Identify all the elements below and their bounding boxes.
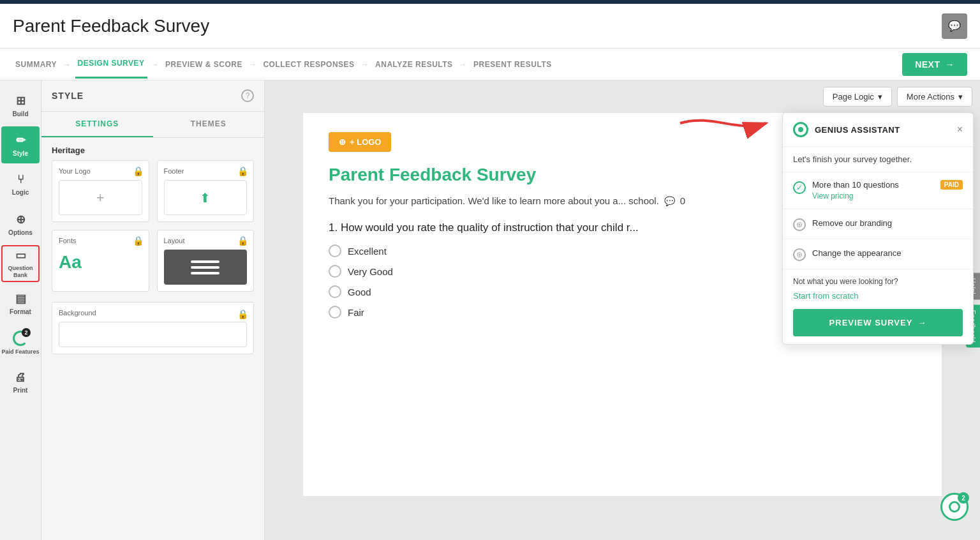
background-label: Background <box>59 309 247 317</box>
genius-plus-appearance-icon: ⊕ <box>793 248 806 261</box>
sidebar-label-style: Style <box>13 150 28 157</box>
content-area: Page Logic ▾ More Actions ▾ ⊕ <box>265 80 980 540</box>
nav-bar: SUMMARY→DESIGN SURVEY→PREVIEW & SCORE→CO… <box>0 49 980 80</box>
layout-line-3 <box>191 272 219 274</box>
preview-arrow-icon: → <box>917 318 926 327</box>
more-actions-label: More Actions <box>907 92 954 101</box>
tab-settings[interactable]: SETTINGS <box>41 112 153 137</box>
genius-option-questions: ✓ More than 10 questions PAID View prici… <box>783 172 973 209</box>
genius-footer: Not what you were looking for? Start fro… <box>783 269 973 344</box>
genius-plus-branding-icon: ⊕ <box>793 218 806 231</box>
your-logo-label: Your Logo <box>59 167 142 175</box>
layout-lines <box>191 260 219 274</box>
nav-step-present-results[interactable]: PRESENT RESULTS <box>471 51 554 78</box>
your-logo-card[interactable]: Your Logo 🔒 + <box>52 160 149 222</box>
genius-not-found-text: Not what you were looking for? <box>793 277 963 286</box>
radio-excellent[interactable] <box>329 244 341 257</box>
footer-label: Footer <box>164 167 248 175</box>
red-arrow <box>674 107 776 142</box>
left-sidebar: ⊞ Build ✏ Style ⑂ Logic ⊕ Options ▭ Ques… <box>0 80 41 540</box>
sidebar-item-build[interactable]: ⊞ Build <box>1 87 40 124</box>
nav-arrow-2: → <box>151 60 160 69</box>
background-card[interactable]: Background 🔒 <box>52 302 254 354</box>
genius-option-questions-text: More than 10 questions <box>812 180 899 190</box>
page-logic-chevron-icon: ▾ <box>878 92 882 101</box>
layout-line-1 <box>191 260 219 263</box>
nav-step-analyze-results[interactable]: ANALYZE RESULTS <box>373 51 456 78</box>
more-actions-button[interactable]: More Actions ▾ <box>897 87 972 107</box>
footer-placeholder: ⬆ <box>164 180 248 215</box>
header-comment-button[interactable]: 💬 <box>942 13 967 39</box>
page-logic-button[interactable]: Page Logic ▾ <box>823 87 892 107</box>
logo-button[interactable]: ⊕ + LOGO <box>329 132 391 152</box>
print-icon: 🖨 <box>15 371 26 384</box>
genius-preview-button[interactable]: PREVIEW SURVEY → <box>793 309 963 336</box>
genius-title-row: GENIUS ASSISTANT <box>793 122 900 137</box>
genius-option-branding-content: Remove our branding <box>812 217 963 229</box>
comment-icon: 💬 <box>664 196 675 206</box>
nav-step-collect-responses[interactable]: COLLECT RESPONSES <box>260 51 357 78</box>
logic-icon: ⑂ <box>17 173 24 186</box>
tab-themes[interactable]: THEMES <box>153 112 265 137</box>
style-section-label: Heritage <box>41 138 264 160</box>
view-pricing-link[interactable]: View pricing <box>812 191 853 200</box>
fonts-lock-icon: 🔒 <box>133 236 144 246</box>
genius-option-appearance: ⊕ Change the appearance <box>783 239 973 269</box>
sidebar-label-paid: Paid Features <box>1 349 39 356</box>
genius-logo-icon <box>793 122 808 137</box>
layout-card[interactable]: Layout 🔒 <box>157 230 255 292</box>
floating-genius-circle-icon <box>949 501 960 513</box>
genius-option-appearance-content: Change the appearance <box>812 247 963 259</box>
radio-very-good[interactable] <box>329 265 341 278</box>
format-icon: ▤ <box>15 292 26 306</box>
nav-arrow-4: → <box>361 60 369 69</box>
radio-fair[interactable] <box>329 306 341 319</box>
background-swatch <box>59 322 247 347</box>
style-grid: Your Logo 🔒 + Footer 🔒 ⬆ Fonts 🔒 Aa Layo… <box>41 160 264 302</box>
header: Parent Feedback Survey 💬 <box>0 4 980 49</box>
sidebar-label-print: Print <box>13 387 28 394</box>
nav-arrow-1: → <box>63 60 71 69</box>
sidebar-item-options[interactable]: ⊕ Options <box>1 206 40 243</box>
style-tabs: SETTINGS THEMES <box>41 112 264 138</box>
background-lock-icon: 🔒 <box>237 309 248 319</box>
sidebar-item-paid-features[interactable]: 2 Paid Features <box>1 324 40 361</box>
nav-step-design-survey[interactable]: DESIGN SURVEY <box>75 50 147 79</box>
options-icon: ⊕ <box>16 213 26 227</box>
nav-step-preview-&-score[interactable]: PREVIEW & SCORE <box>163 51 245 78</box>
footer-card[interactable]: Footer 🔒 ⬆ <box>157 160 255 222</box>
genius-title: GENIUS ASSISTANT <box>815 125 900 135</box>
genius-option-questions-content: More than 10 questions PAID View pricing <box>812 180 963 201</box>
page-logic-label: Page Logic <box>833 92 874 101</box>
paid-features-icon: 2 <box>13 331 28 346</box>
sidebar-item-logic[interactable]: ⑂ Logic <box>1 166 40 203</box>
sidebar-item-format[interactable]: ▤ Format <box>1 285 40 322</box>
nav-arrow-3: → <box>249 60 257 69</box>
layout-lock-icon: 🔒 <box>237 236 248 246</box>
layout-line-2 <box>191 266 219 269</box>
style-panel: STYLE ? SETTINGS THEMES Heritage Your Lo… <box>41 80 265 540</box>
genius-start-scratch-link[interactable]: Start from scratch <box>793 291 859 301</box>
fonts-card[interactable]: Fonts 🔒 Aa <box>52 230 149 292</box>
sidebar-item-question-bank[interactable]: ▭ Question Bank <box>1 245 40 282</box>
sidebar-label-format: Format <box>10 308 31 315</box>
page-title: Parent Feedback Survey <box>13 16 209 36</box>
layout-preview <box>164 250 248 285</box>
sidebar-item-print[interactable]: 🖨 Print <box>1 364 40 401</box>
genius-header: GENIUS ASSISTANT × <box>783 113 973 147</box>
genius-subtitle: Let's finish your survey together. <box>783 147 973 172</box>
genius-option-branding: ⊕ Remove our branding <box>783 209 973 239</box>
style-help-icon[interactable]: ? <box>241 89 254 102</box>
sidebar-item-style[interactable]: ✏ Style <box>1 126 40 163</box>
logo-plus-icon: ⊕ <box>339 137 346 147</box>
question-bank-icon: ▭ <box>15 248 26 262</box>
nav-step-summary[interactable]: SUMMARY <box>13 51 59 78</box>
next-button[interactable]: NEXT → <box>902 53 967 76</box>
genius-option-branding-text: Remove our branding <box>812 218 892 228</box>
floating-genius-badge: 2 <box>958 492 969 504</box>
genius-close-button[interactable]: × <box>957 124 963 135</box>
floating-genius-button[interactable]: 2 <box>940 493 969 521</box>
radio-good[interactable] <box>329 285 341 298</box>
content-toolbar: Page Logic ▾ More Actions ▾ <box>265 80 980 113</box>
logo-lock-icon: 🔒 <box>133 166 144 176</box>
